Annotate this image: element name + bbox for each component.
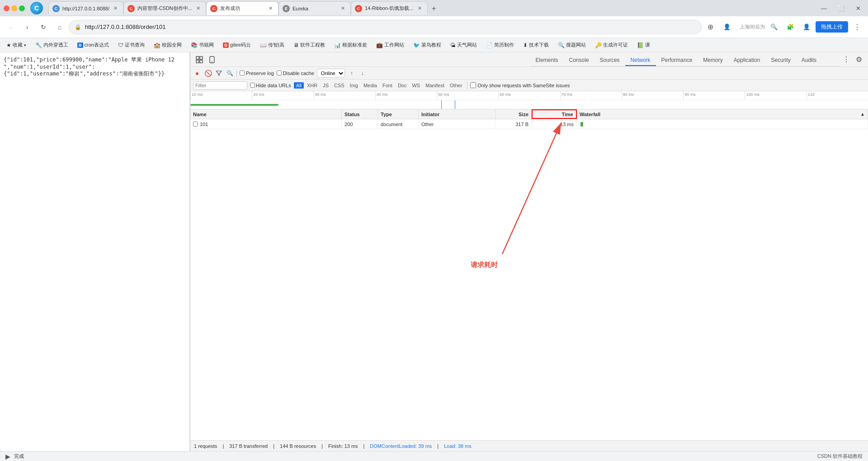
disable-cache-input[interactable] xyxy=(277,71,282,75)
bookmark-work[interactable]: 💼 工作网站 xyxy=(373,41,407,49)
browser-tab-1[interactable]: C http://127.0.0.1:8088/ ✕ xyxy=(48,1,123,15)
bookmark-chuanzhi[interactable]: 📖 传智|高 xyxy=(257,41,287,49)
filter-type-js[interactable]: JS xyxy=(321,82,331,89)
bookmark-stddev[interactable]: 📊 根据标准差 xyxy=(331,41,370,49)
filter-toggle-button[interactable] xyxy=(215,69,223,77)
extensions-puzzle-button[interactable]: 🧩 xyxy=(783,20,797,34)
dt-tab-network[interactable]: Network xyxy=(625,55,656,66)
filter-type-font[interactable]: Font xyxy=(380,82,395,89)
network-row-101[interactable]: 101 200 document Other 317 B 1 xyxy=(190,119,868,129)
hide-data-urls-input[interactable] xyxy=(250,83,255,88)
dt-tab-performance[interactable]: Performance xyxy=(656,55,698,66)
home-button[interactable]: ⌂ xyxy=(52,20,67,34)
status-load[interactable]: Load: 38 ms xyxy=(444,443,472,449)
back-button[interactable]: ‹ xyxy=(4,20,18,34)
dt-tab-memory[interactable]: Memory xyxy=(698,55,728,66)
profile-button[interactable]: 👤 xyxy=(799,20,814,34)
bookmark-license[interactable]: 🔑 生成许可证 xyxy=(592,41,631,49)
bookmark-campus[interactable]: 🏫 校园全网 xyxy=(151,41,184,49)
bookmark-cron[interactable]: B cron表达式 xyxy=(75,41,112,49)
bookmark-course[interactable]: 📗 课 xyxy=(634,41,653,49)
bookmark-software[interactable]: 🖥 软件工程教 xyxy=(291,41,328,49)
baidu-upload-button[interactable]: 拖拽上传 xyxy=(816,21,848,33)
more-tools-button[interactable]: ⋮ xyxy=(850,20,864,34)
window-minimize-icon[interactable]: — xyxy=(817,3,830,14)
play-button[interactable]: ▶ xyxy=(5,453,10,460)
address-bar[interactable]: 🔒 http://127.0.0.1:8088/order/101 xyxy=(69,20,702,34)
import-har-button[interactable]: ↑ xyxy=(348,69,356,77)
window-minimize-btn[interactable] xyxy=(11,5,17,11)
bookmark-collections[interactable]: ★ 收藏 ▾ xyxy=(4,41,29,49)
bookmark-natapp[interactable]: 🔧 内外穿透工 xyxy=(33,41,71,49)
clear-button[interactable]: 🚫 xyxy=(204,69,212,77)
disable-cache-checkbox[interactable]: Disable cache xyxy=(277,71,314,76)
col-header-time[interactable]: Time xyxy=(532,109,577,119)
col-header-type[interactable]: Type xyxy=(378,109,419,119)
col-header-waterfall[interactable]: Waterfall ▲ xyxy=(577,109,868,119)
bookmark-gitee[interactable]: G gitee码云 xyxy=(220,41,254,49)
col-header-initiator[interactable]: Initiator xyxy=(419,109,495,119)
filter-input[interactable] xyxy=(193,81,247,89)
device-toggle-button[interactable] xyxy=(207,54,217,65)
tab-3-close[interactable]: ✕ xyxy=(267,5,274,12)
inspect-element-button[interactable] xyxy=(194,54,205,65)
refresh-button[interactable]: ↻ xyxy=(36,20,51,34)
search-button[interactable]: 🔍 xyxy=(767,20,781,34)
dt-tab-elements[interactable]: Elements xyxy=(530,55,564,66)
filter-type-css[interactable]: CSS xyxy=(332,82,347,89)
preserve-log-input[interactable] xyxy=(240,71,245,75)
filter-type-img[interactable]: Img xyxy=(348,82,360,89)
record-button[interactable]: ● xyxy=(193,69,201,77)
browser-tab-2[interactable]: C 内容管理-CSDN创作中... ✕ xyxy=(123,1,206,15)
account-button[interactable]: 👤 xyxy=(720,20,734,34)
browser-tab-3[interactable]: C 发布成功 ✕ xyxy=(206,1,278,15)
col-header-status[interactable]: Status xyxy=(342,109,378,119)
devtools-settings-button[interactable]: ⚙ xyxy=(854,54,864,65)
bookmark-search[interactable]: 🔍 搜题网站 xyxy=(555,41,589,49)
bookmark-weather[interactable]: 🌤 天气网站 xyxy=(448,41,480,49)
filter-type-other[interactable]: Other xyxy=(448,82,465,89)
samesite-checkbox[interactable]: Only show requests with SameSite issues xyxy=(470,82,570,88)
filter-type-manifest[interactable]: Manifest xyxy=(423,82,447,89)
col-header-name[interactable]: Name xyxy=(190,109,342,119)
samesite-input[interactable] xyxy=(470,82,476,88)
dt-tab-console[interactable]: Console xyxy=(564,55,594,66)
preserve-log-checkbox[interactable]: Preserve log xyxy=(240,71,274,76)
bookmark-runoob[interactable]: 🐦 菜鸟教程 xyxy=(410,41,444,49)
extensions-button[interactable]: ⊕ xyxy=(703,20,718,34)
filter-type-ws[interactable]: WS xyxy=(410,82,422,89)
bookmark-resume[interactable]: 📄 简历制作 xyxy=(483,41,517,49)
hide-data-urls-checkbox[interactable]: Hide data URLs xyxy=(250,83,291,88)
devtools-more-button[interactable]: ⋮ xyxy=(841,54,852,65)
window-maximize-btn[interactable] xyxy=(19,5,25,11)
forward-button[interactable]: › xyxy=(20,20,34,34)
export-har-button[interactable]: ↓ xyxy=(359,69,367,77)
bookmark-books[interactable]: 📚 书籍网 xyxy=(188,41,217,49)
window-close-icon[interactable]: ✕ xyxy=(852,3,864,14)
dt-tab-audits[interactable]: Audits xyxy=(796,55,822,66)
tab-5-close[interactable]: ✕ xyxy=(416,5,424,12)
dt-tab-application[interactable]: Application xyxy=(728,55,766,66)
tab-1-close[interactable]: ✕ xyxy=(112,5,119,12)
bookmark-cert[interactable]: 🛡 证书查询 xyxy=(115,41,147,49)
browser-status-bar: ▶ 完成 CSDN 软件基础教程 xyxy=(0,451,868,461)
tab-4-close[interactable]: ✕ xyxy=(340,5,347,12)
filter-type-all[interactable]: All xyxy=(294,82,304,89)
status-domcontentloaded[interactable]: DOMContentLoaded: 39 ms xyxy=(370,443,432,449)
throttle-select[interactable]: Online xyxy=(317,69,345,78)
window-close-btn[interactable] xyxy=(4,5,9,11)
dt-tab-sources[interactable]: Sources xyxy=(594,55,625,66)
filter-type-doc[interactable]: Doc xyxy=(396,82,409,89)
browser-tab-5[interactable]: C 14-Ribbon-饥饿加载... ✕ xyxy=(351,1,428,15)
filter-type-media[interactable]: Media xyxy=(361,82,379,89)
dt-tab-security[interactable]: Security xyxy=(765,55,796,66)
window-restore-icon[interactable]: ⬜ xyxy=(834,3,849,14)
browser-tab-4[interactable]: E Eureka ✕ xyxy=(278,1,351,15)
row-checkbox-101[interactable] xyxy=(193,122,198,127)
col-header-size[interactable]: Size xyxy=(495,109,532,119)
search-toggle-button[interactable]: 🔍 xyxy=(226,69,234,77)
tab-2-close[interactable]: ✕ xyxy=(195,5,202,12)
filter-type-xhr[interactable]: XHR xyxy=(305,82,320,89)
new-tab-button[interactable]: + xyxy=(428,2,440,15)
bookmark-techdownload[interactable]: ⬇ 技术下载 xyxy=(520,41,552,49)
